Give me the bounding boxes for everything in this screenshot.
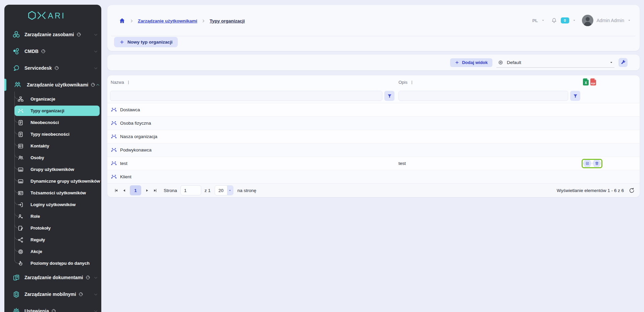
mobile-icon xyxy=(12,291,20,298)
sidebar-item-grupy-uzytkownikow[interactable]: Grupy użytkowników xyxy=(4,164,101,175)
table-row-nasza-organizacja[interactable]: Nasza organizacja xyxy=(107,130,640,143)
page-number-input[interactable] xyxy=(180,185,201,195)
sidebar-item-label: Organizacje xyxy=(31,97,55,102)
add-view-button[interactable]: Dodaj widok xyxy=(450,58,492,67)
org-type-icon xyxy=(111,133,117,140)
home-icon[interactable] xyxy=(119,17,125,24)
breadcrumb-current[interactable]: Typy organizacji xyxy=(210,18,245,23)
sidebar-item-tozsamosci-uzytkownikow[interactable]: Tożsamości użytkowników xyxy=(4,187,101,199)
sidebar-item-reguly[interactable]: Reguły xyxy=(4,234,101,246)
sidebar-item-osoby[interactable]: Osoby xyxy=(4,152,101,164)
kebab-menu-icon[interactable] xyxy=(126,80,131,85)
sidebar-item-servicedesk[interactable]: Servicedesk xyxy=(4,60,101,76)
sidebar-item-organizacje[interactable]: Organizacje xyxy=(4,93,101,105)
wrench-icon xyxy=(621,60,626,65)
data-access-icon xyxy=(17,260,24,266)
sidebar-item-label: Grupy użytkowników xyxy=(31,167,74,172)
table-row-dostawca[interactable]: Dostawca xyxy=(107,103,640,116)
svg-text:ARI: ARI xyxy=(48,11,65,20)
sidebar-item-akcje[interactable]: Akcje xyxy=(4,246,101,257)
sidebar-item-label: Reguły xyxy=(31,237,45,242)
sidebar-item-zarzadzanie-uzytkownikami[interactable]: Zarządzanie użytkownikami xyxy=(4,76,101,93)
first-page-button[interactable] xyxy=(112,186,120,194)
table-row-osoba-fizyczna[interactable]: Osoba fizyczna xyxy=(107,116,640,130)
export-excel-icon[interactable]: X xyxy=(583,78,589,85)
sidebar-item-label: Akcje xyxy=(31,249,42,254)
sidebar-item-label: Poziomy dostępu do danych xyxy=(31,261,90,266)
current-page-button[interactable]: 1 xyxy=(130,185,141,195)
dashboard-gauge-icon[interactable] xyxy=(41,49,46,54)
edit-button[interactable] xyxy=(583,160,592,167)
kebab-menu-icon[interactable] xyxy=(410,80,414,85)
sidebar-item-nieobecnosci[interactable]: Nieobecności xyxy=(4,117,101,128)
organizations-icon xyxy=(17,96,24,102)
dashboard-gauge-icon[interactable] xyxy=(54,66,59,70)
dashboard-gauge-icon[interactable] xyxy=(78,292,83,297)
sidebar-item-loginy-uzytkownikow[interactable]: Loginy użytkowników xyxy=(4,199,101,210)
new-org-type-button[interactable]: Nowy typ organizacji xyxy=(114,37,178,47)
sidebar-item-typy-nieobecnosci[interactable]: Typy nieobecności xyxy=(4,128,101,140)
caret-down-icon[interactable] xyxy=(628,19,631,22)
bell-icon[interactable] xyxy=(551,17,557,24)
user-name[interactable]: Admin Admin xyxy=(597,18,624,23)
page-label: Strona xyxy=(164,188,177,193)
last-page-icon xyxy=(153,188,158,193)
column-header-name[interactable]: Nazwa xyxy=(111,80,131,85)
assets-icon xyxy=(12,31,20,39)
sidebar-item-label: Typy nieobecności xyxy=(31,132,69,137)
sidebar-item-typy-organizacji[interactable]: Typy organizacji xyxy=(4,105,101,117)
sidebar-item-cmdb[interactable]: CMDB xyxy=(4,43,101,60)
dashboard-gauge-icon[interactable] xyxy=(51,309,56,312)
caret-down-icon[interactable] xyxy=(541,19,545,22)
page-size-select[interactable]: 20 xyxy=(215,185,233,195)
view-settings-button[interactable] xyxy=(619,58,628,67)
sidebar-item-zarzadzanie-zasobami[interactable]: Zarządzanie zasobami xyxy=(4,26,101,43)
roles-icon xyxy=(17,213,24,220)
delete-button[interactable] xyxy=(592,160,601,167)
description-filter-input[interactable] xyxy=(398,91,568,101)
sidebar: ARI Zarządzanie zasobami CMDB Servicedes… xyxy=(4,5,101,312)
sidebar-item-dynamiczne-grupy-uzytkownikow[interactable]: Dynamiczne grupy użytkowników xyxy=(4,175,101,187)
previous-page-icon xyxy=(122,188,127,193)
refresh-icon[interactable] xyxy=(629,187,635,194)
sidebar-item-label: Loginy użytkowników xyxy=(31,202,75,207)
name-filter-button[interactable] xyxy=(384,91,394,101)
dashboard-gauge-icon[interactable] xyxy=(86,275,90,280)
description-filter-button[interactable] xyxy=(570,91,580,101)
chevron-right-icon xyxy=(201,19,206,23)
chevron-down-icon xyxy=(93,32,98,37)
sidebar-item-protokoly[interactable]: Protokoły xyxy=(4,222,101,234)
caret-down-icon xyxy=(609,61,613,64)
table-row-test[interactable]: test test xyxy=(107,157,640,170)
sidebar-item-zarzadzanie-dokumentami[interactable]: Zarządzanie dokumentami xyxy=(4,269,101,286)
last-page-button[interactable] xyxy=(151,186,159,194)
edit-icon xyxy=(585,161,590,166)
next-page-button[interactable] xyxy=(143,186,151,194)
sidebar-item-label: CMDB xyxy=(24,49,39,54)
sidebar-item-ustawienia[interactable]: Ustawienia xyxy=(4,303,101,312)
org-type-icon xyxy=(111,107,117,113)
notification-badge[interactable]: 0 xyxy=(561,17,569,23)
caret-down-icon[interactable] xyxy=(573,19,576,22)
sidebar-item-zarzadzanie-mobilnymi[interactable]: Zarządzanie mobilnymi xyxy=(4,286,101,303)
sidebar-item-role[interactable]: Role xyxy=(4,210,101,222)
sidebar-item-kontakty[interactable]: Kontakty xyxy=(4,140,101,152)
rules-icon xyxy=(17,237,24,243)
previous-page-button[interactable] xyxy=(120,186,128,194)
avatar[interactable] xyxy=(582,15,593,26)
dashboard-gauge-icon[interactable] xyxy=(91,82,95,87)
sidebar-item-poziomy-dostepu-do-danych[interactable]: Poziomy dostępu do danych xyxy=(4,257,101,269)
table-row-klient[interactable]: Klient xyxy=(107,170,640,183)
sidebar-item-label: Servicedesk xyxy=(24,66,52,71)
view-toolbar: Dodaj widok Default xyxy=(107,55,640,70)
column-header-description[interactable]: Opis xyxy=(398,80,414,85)
view-select[interactable]: Default xyxy=(496,58,614,68)
absences-icon xyxy=(17,119,24,126)
name-filter-input[interactable] xyxy=(110,91,382,101)
breadcrumb-link-users[interactable]: Zarządzanie użytkownikami xyxy=(138,18,197,23)
dashboard-gauge-icon[interactable] xyxy=(76,32,81,37)
language-selector[interactable]: PL xyxy=(532,18,538,23)
table-row-podwykonawca[interactable]: Podwykonawca xyxy=(107,143,640,157)
export-pdf-icon[interactable]: PDF xyxy=(590,78,596,85)
sidebar-item-label: Protokoły xyxy=(31,226,51,231)
